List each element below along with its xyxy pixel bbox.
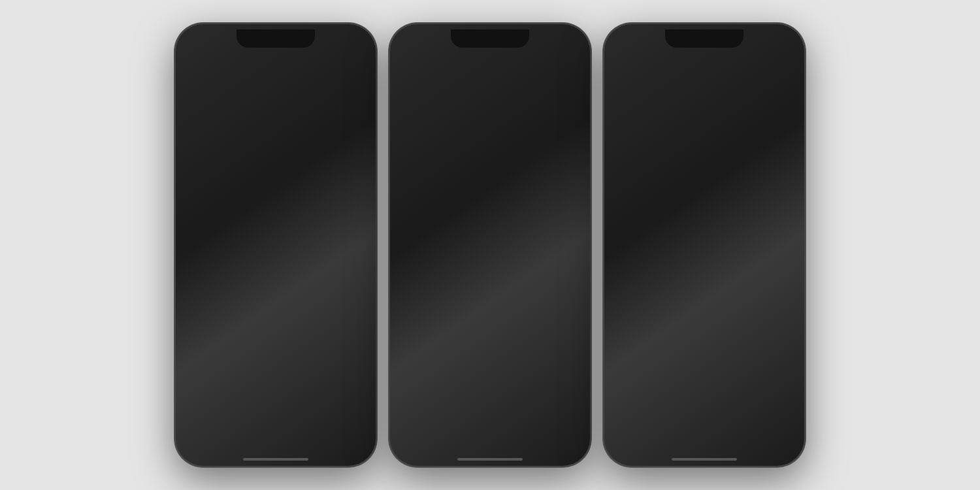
tweet-mention-9to5toys[interactable]: @trevorjd14 bbox=[218, 142, 261, 151]
compose-button-2[interactable]: ✎ bbox=[549, 397, 578, 426]
tweet-handle-9to5toys: @9to5toys · 42s bbox=[253, 98, 306, 106]
search-bar[interactable]: 🔍 Search Twitter bbox=[427, 65, 563, 86]
reply-icon[interactable]: 💬 bbox=[218, 220, 229, 231]
notif-reply-icon[interactable]: 💬 bbox=[646, 260, 657, 270]
tweet-avatar-9to5toys bbox=[189, 95, 212, 119]
share-icon[interactable]: ↑ bbox=[358, 220, 363, 231]
status-bar-3: 8:18 ▌▌▌ ⊛ ▓▓▓ bbox=[608, 28, 800, 46]
status-icons-1: ▌▌▌ ⊛ ▓▓▓ bbox=[320, 35, 359, 42]
hero-news-card[interactable]: Wrestling · 1 hour ago Nikki Bella annou… bbox=[394, 114, 586, 218]
tweet-more-apple-icon[interactable]: ⌄ bbox=[355, 246, 363, 256]
trend-more-icon-1[interactable]: ⌄ bbox=[569, 255, 577, 266]
tweet-more-icon[interactable]: ⌄ bbox=[355, 95, 363, 106]
search-avatar[interactable] bbox=[402, 65, 421, 85]
battery-icon: ▓▓▓ bbox=[344, 35, 359, 42]
sparkle-icon[interactable]: ✦ bbox=[353, 67, 363, 82]
back-nav-2[interactable]: ‹ Search bbox=[394, 46, 586, 61]
notif-user-row-jerry: jerry morrow @morrowgl · 4m ⌄ What's the… bbox=[617, 118, 791, 270]
notif-tabs: All Mentions bbox=[608, 89, 800, 112]
notif-source: 9to5mac.com bbox=[646, 250, 791, 257]
signal-icon-2: ▌▌▌ bbox=[534, 35, 548, 42]
tab-fun[interactable]: Fun bbox=[518, 91, 548, 113]
notif-avatar-jerry bbox=[617, 118, 641, 142]
show-all-link[interactable]: Show all bbox=[654, 308, 791, 317]
nav-mail-2[interactable]: ✉ bbox=[549, 434, 575, 454]
wifi-icon-2: ⊛ bbox=[551, 35, 556, 42]
like-sub-adam: Also would be epic. twitter.com/rmlewisu… bbox=[654, 292, 791, 308]
nav-search-2[interactable]: ⌕ bbox=[453, 434, 479, 454]
compose-button-3[interactable]: ✎ bbox=[764, 397, 792, 426]
verified-icon-apple: ✓ bbox=[242, 248, 248, 256]
back-nav-1[interactable]: ‹ Search bbox=[180, 46, 372, 61]
trend-item-4[interactable]: Trending in Chattanooga Duke bbox=[403, 372, 577, 402]
status-bar-2: 8:18 ▌▌▌ ⊛ ▓▓▓ bbox=[394, 28, 586, 46]
back-nav-3[interactable]: ‹ Search bbox=[608, 46, 800, 61]
status-time-1: 8:18 bbox=[193, 34, 208, 43]
promoted-text: Promoted by Apple bbox=[413, 359, 474, 367]
notif-mention-jerry[interactable]: @bradleychambers bbox=[646, 153, 714, 162]
trend-with-thumb-2: Experimental pop star Scott Walker dies … bbox=[403, 294, 577, 328]
trend-item-2[interactable]: In memoriam Experimental pop star Scott … bbox=[403, 280, 577, 334]
back-arrow-icon: ‹ bbox=[189, 48, 192, 58]
explore-content: Wrestling · 1 hour ago Nikki Bella annou… bbox=[394, 114, 586, 429]
header-avatar-1[interactable] bbox=[189, 65, 208, 84]
trend-item-1[interactable]: Trending in USA Scott Walker ⌄ Trending … bbox=[403, 242, 577, 280]
trends-title: Trends for you bbox=[403, 225, 577, 237]
tweet-text-9to5toys: Home Depot takes up to 40% off popular s… bbox=[218, 108, 363, 152]
notif-body-luke: Luke Anders liked your Tweet Also would … bbox=[658, 328, 791, 353]
tweet-link-9to5toys[interactable]: 9to5toys.com/2019/03/25/sch... bbox=[238, 131, 347, 140]
nav-mail-1[interactable]: ✉ bbox=[335, 434, 361, 454]
tab-mentions[interactable]: Mentions bbox=[704, 89, 800, 111]
tweet-header-apple: Apple ✓ @Apple ⌄ bbox=[218, 246, 363, 257]
like-icon[interactable]: ♡ bbox=[313, 220, 321, 231]
notif-like-icon[interactable]: ♡ bbox=[689, 260, 698, 270]
nav-search-1[interactable]: ⌕ bbox=[238, 434, 265, 454]
apple-event-hashtag[interactable]: #AppleEvent bbox=[274, 270, 319, 280]
status-time-3: 8:18 bbox=[621, 34, 637, 43]
notif-quoted-text: What's the best note-taking app for the … bbox=[646, 229, 791, 248]
retweet-icon[interactable]: 🔁 bbox=[265, 220, 276, 231]
like-text-adam: Adam Bodine liked 2 of your Tweets bbox=[654, 283, 791, 292]
trend-sub-3: Watch live at 10 a.m. PT bbox=[403, 350, 577, 358]
tweet-actions-9to5toys: 💬 🔁 ♡ ↑ bbox=[218, 219, 363, 232]
nav-bell-3[interactable]: 🔔 bbox=[715, 434, 742, 454]
nav-home-1[interactable]: ⌂ bbox=[191, 434, 217, 454]
battery-icon-3: ▓▓▓ bbox=[773, 35, 787, 42]
like-name-luke: Luke Anders bbox=[658, 328, 705, 337]
promoted-label: 📢 Promoted by Apple bbox=[403, 359, 577, 367]
notif-body-jerry: jerry morrow @morrowgl · 4m ⌄ What's the… bbox=[646, 118, 791, 270]
tab-for-you[interactable]: For you bbox=[394, 91, 441, 113]
status-time-2: 8:18 bbox=[407, 34, 423, 43]
notif-actions-jerry: 💬 🔁 ♡ ↑ bbox=[646, 260, 791, 270]
nav-bell-2[interactable]: 🔔 bbox=[501, 434, 527, 454]
notif-retweet-icon[interactable]: 🔁 bbox=[668, 260, 679, 270]
notif-header-avatar[interactable] bbox=[617, 65, 637, 84]
tab-news[interactable]: News bbox=[441, 91, 478, 113]
nav-home-2[interactable]: ⌂ bbox=[405, 434, 431, 454]
tweet-item-apple: Apple ✓ @Apple ⌄ It's show time. Tune in… bbox=[180, 239, 372, 395]
settings-icon[interactable]: ⚙ bbox=[568, 68, 578, 82]
notes-line-1 bbox=[693, 177, 731, 178]
bottom-nav-1: ⌂ ⌕ 🔔 ✉ bbox=[180, 429, 372, 462]
nav-bell-1[interactable]: 🔔 bbox=[287, 434, 313, 454]
nav-mail-3[interactable]: ✉ bbox=[763, 434, 789, 454]
notif-more-icon-jerry[interactable]: ⌄ bbox=[783, 118, 791, 130]
trend-item-3[interactable]: #AppleEvent 🍎 Watch live at 10 a.m. PT 📢… bbox=[403, 334, 577, 372]
notif-item-adam: ♥ Adam Bodine liked 2 of your Tweets Als… bbox=[608, 278, 800, 323]
nav-search-3[interactable]: ⌕ bbox=[667, 434, 693, 454]
tab-sports[interactable]: Sports bbox=[478, 91, 518, 113]
back-label-3: Search bbox=[623, 48, 647, 57]
notif-settings-icon[interactable]: ⚙ bbox=[781, 67, 791, 82]
notif-link-jerry[interactable]: bit.ly/2Yn1SX9 bbox=[668, 142, 719, 151]
status-icons-2: ▌▌▌ ⊛ ▓▓▓ bbox=[534, 35, 573, 42]
tab-entertainment[interactable]: Entertainment bbox=[548, 91, 586, 113]
tab-all[interactable]: All bbox=[608, 89, 704, 111]
notif-handle-jerry: @morrowgl · 4m bbox=[700, 120, 758, 129]
nav-home-3[interactable]: ⌂ bbox=[619, 434, 645, 454]
tweet-avatar-apple bbox=[189, 246, 212, 269]
notif-share-icon[interactable]: ↑ bbox=[708, 260, 713, 270]
notes-line-4 bbox=[693, 189, 731, 190]
notes-line-3 bbox=[693, 185, 731, 186]
notes-pad-icon bbox=[689, 172, 735, 221]
trend-name-2: Experimental pop star Scott Walker dies … bbox=[403, 301, 521, 321]
